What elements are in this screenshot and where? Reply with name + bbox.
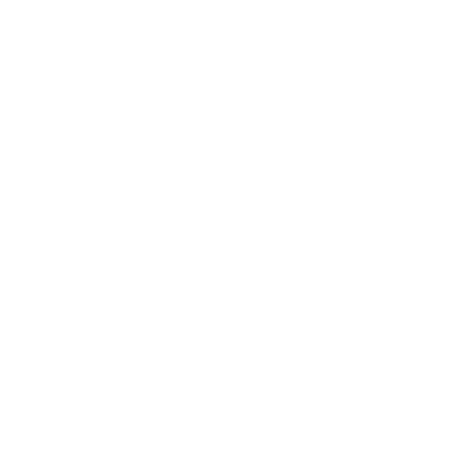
chart-svg [0,0,476,476]
chart-container: { "watermark": "TheBottleneck.com", "cha… [0,0,476,476]
